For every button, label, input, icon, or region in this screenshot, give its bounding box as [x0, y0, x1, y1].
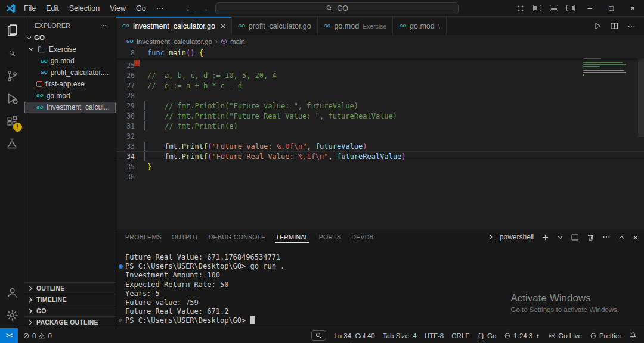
root-folder-label: GO: [34, 34, 45, 41]
activity-testing[interactable]: [0, 132, 24, 155]
code-editor[interactable]: 8func main() { 2526// a, b, c, d := 10, …: [116, 48, 644, 229]
status-notifications[interactable]: [629, 332, 637, 339]
code-line-36[interactable]: 36: [116, 172, 644, 182]
forward-arrow-icon[interactable]: →: [200, 4, 209, 13]
activity-explorer[interactable]: [0, 19, 24, 42]
explorer-item-investment-calcul-[interactable]: GOInvestment_calcul...: [24, 102, 116, 114]
apps-grid-icon[interactable]: [516, 4, 525, 13]
explorer-more-icon[interactable]: ⋯: [100, 21, 107, 29]
section-outline[interactable]: OUTLINE: [24, 282, 116, 294]
explorer-item-first-app-exe[interactable]: first-app.exe: [24, 79, 116, 91]
panel-tab-output[interactable]: OUTPUT: [172, 229, 199, 245]
code-line-28[interactable]: 28: [116, 91, 644, 101]
status-go-version[interactable]: 1.24.3: [504, 332, 541, 339]
menu-file[interactable]: File: [19, 2, 41, 14]
explorer-root-folder[interactable]: GO: [24, 32, 116, 43]
minimap-line: [583, 72, 626, 73]
panel-tab-debug-console[interactable]: DEBUG CONSOLE: [209, 229, 266, 245]
explorer-item-profit-calculator-[interactable]: GOprofit_calculator....: [24, 67, 116, 79]
code-line-35[interactable]: 35}: [116, 161, 644, 172]
line-number: 28: [116, 92, 147, 100]
back-arrow-icon[interactable]: ←: [185, 4, 194, 13]
terminal-dropdown-icon[interactable]: [557, 234, 564, 241]
activity-accounts[interactable]: [0, 281, 24, 304]
activity-run-and-debug[interactable]: [0, 87, 24, 110]
explorer-item-go-mod[interactable]: GOgo.mod: [24, 55, 116, 67]
activity-search[interactable]: [0, 42, 24, 64]
split-editor-icon[interactable]: [611, 22, 618, 30]
panel-tab-devdb[interactable]: DEVDB: [351, 229, 374, 245]
status-go-live[interactable]: Go Live: [549, 332, 582, 339]
menu-view[interactable]: View: [105, 2, 131, 14]
panel-tab-ports[interactable]: PORTS: [319, 229, 341, 245]
menu-more[interactable]: ⋯: [151, 2, 169, 14]
panel-tab-problems[interactable]: PROBLEMS: [125, 229, 162, 245]
terminal-profile[interactable]: powershell: [489, 233, 534, 241]
activity-source-control[interactable]: [0, 64, 24, 87]
search-box[interactable]: GO: [215, 2, 459, 14]
code-line-27[interactable]: 27// e := a + b * c - d: [116, 80, 644, 91]
more-actions-icon[interactable]: [627, 22, 636, 30]
code-line-8[interactable]: 8func main() {: [116, 48, 203, 58]
status-cursor-position[interactable]: Ln 34, Col 40: [334, 332, 374, 339]
tab-go-mod[interactable]: GOgo.mod\: [393, 17, 446, 35]
toggle-secondary-sidebar-icon[interactable]: [566, 5, 575, 11]
code-line-25[interactable]: 25: [116, 60, 644, 70]
minimize-button[interactable]: –: [583, 4, 596, 13]
code-line-26[interactable]: 26// a, b, c, d := 10, 5, 20, 4: [116, 70, 644, 80]
close-panel-icon[interactable]: ×: [633, 233, 638, 242]
vscode-logo-icon: [5, 3, 17, 14]
terminal-text: Expected Return Rate: 50: [125, 280, 228, 289]
run-button[interactable]: [594, 22, 602, 30]
menu-go[interactable]: Go: [131, 2, 151, 14]
tab-investment-calculator-go[interactable]: GOInvestment_calculator.go×: [116, 17, 232, 35]
close-icon[interactable]: ×: [221, 22, 225, 30]
command-decoration[interactable]: [119, 319, 122, 322]
status-language-mode[interactable]: {}Go: [477, 332, 496, 339]
code-line-32[interactable]: 32: [116, 131, 644, 141]
sticky-scroll-line[interactable]: 8func main() {: [116, 48, 644, 58]
activity-manage[interactable]: [0, 304, 24, 326]
maximize-button[interactable]: □: [605, 4, 618, 13]
panel-more-icon[interactable]: [602, 233, 611, 241]
section-timeline[interactable]: TIMELINE: [24, 294, 116, 305]
split-terminal-icon[interactable]: [571, 233, 579, 241]
section-go[interactable]: GO: [24, 305, 116, 316]
menu-edit[interactable]: Edit: [41, 2, 64, 14]
status-zoom-status[interactable]: [311, 330, 326, 341]
status-prettier[interactable]: Prettier: [590, 332, 621, 339]
explorer-item-go-mod[interactable]: GOgo.mod: [24, 90, 116, 102]
activity-extensions[interactable]: !: [0, 110, 24, 132]
terminal-line: Expected Return Rate: 50: [125, 280, 644, 289]
close-button[interactable]: ×: [626, 4, 639, 13]
status-eol[interactable]: CRLF: [451, 332, 469, 339]
explorer-item-exercise[interactable]: Exercise: [24, 43, 116, 55]
code-line-30[interactable]: 30 // fmt.Println("Future Real Value: ",…: [116, 111, 644, 121]
code-line-34[interactable]: 34 fmt.Printf("Future Real Value: %.1f\n…: [116, 151, 644, 161]
tab-profit-calculator-go[interactable]: GOprofit_calculator.go: [232, 17, 318, 35]
command-decoration[interactable]: [119, 264, 123, 269]
breadcrumb[interactable]: GO Investment_calculator.go › main: [116, 35, 644, 48]
remote-indicator[interactable]: ><: [0, 328, 18, 343]
panel-actions: powershell ×: [489, 233, 638, 242]
status-bar: >< 0 0 Ln 34, Col 40Tab Size: 4UTF-8CRLF…: [0, 328, 644, 343]
new-terminal-icon[interactable]: [541, 233, 549, 241]
code-line-33[interactable]: 33 fmt.Printf("Future value: %.0f\n", fu…: [116, 141, 644, 151]
menu-selection[interactable]: Selection: [64, 2, 104, 14]
toggle-panel-icon[interactable]: [550, 5, 558, 11]
breadcrumb-symbol[interactable]: main: [230, 38, 245, 45]
tab-go-mod[interactable]: GOgo.modExercise: [318, 17, 394, 35]
code-line-31[interactable]: 31 // fmt.Println(e): [116, 121, 644, 131]
panel-tab-terminal[interactable]: TERMINAL: [275, 229, 309, 245]
section-package-outline[interactable]: PACKAGE OUTLINE: [24, 316, 116, 328]
code-line-29[interactable]: 29 // fmt.Println("Future value: ", futu…: [116, 101, 644, 111]
kill-terminal-icon[interactable]: [587, 233, 595, 241]
toggle-sidebar-icon[interactable]: [533, 5, 541, 11]
maximize-panel-icon[interactable]: [618, 234, 625, 241]
status-encoding[interactable]: UTF-8: [425, 332, 444, 339]
status-indentation[interactable]: Tab Size: 4: [383, 332, 417, 339]
code-lines[interactable]: 2526// a, b, c, d := 10, 5, 20, 427// e …: [116, 58, 644, 182]
terminal[interactable]: Future Real Value: 671.1768496534771PS C…: [116, 245, 644, 328]
breadcrumb-file[interactable]: Investment_calculator.go: [137, 38, 212, 45]
problems-status[interactable]: 0 0: [18, 332, 52, 339]
